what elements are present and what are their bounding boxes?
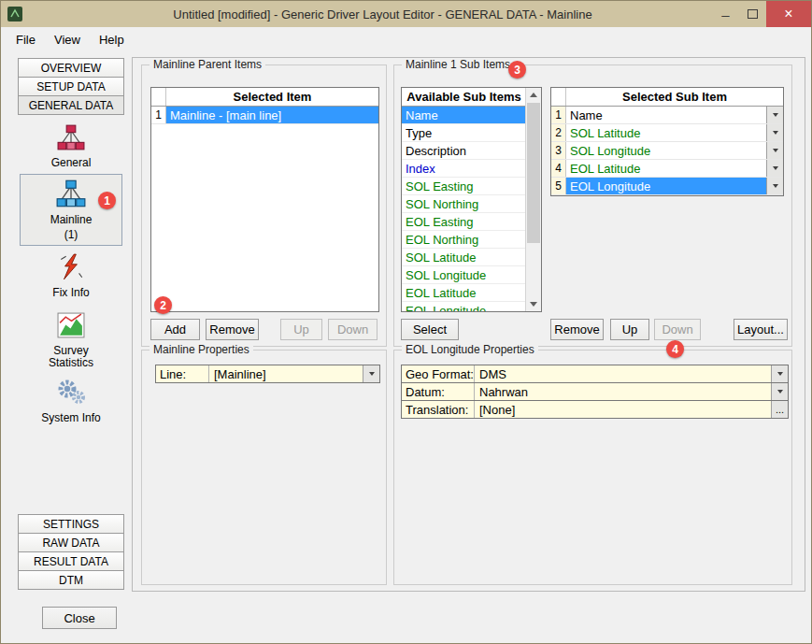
- chevron-down-icon: [773, 113, 778, 117]
- selected-sub-item-table: Selected Sub Item 1 Name 2 SOL Latitude …: [550, 87, 784, 196]
- sidebar-item-survey-statistics[interactable]: Survey Statistics: [20, 308, 122, 373]
- row-number: 3: [551, 142, 566, 159]
- scroll-up-icon[interactable]: [526, 88, 541, 102]
- list-item[interactable]: EOL Latitude: [402, 284, 526, 302]
- chevron-down-icon: [773, 166, 778, 170]
- list-item[interactable]: SOL Easting: [402, 178, 526, 195]
- geo-format-combo-button[interactable]: [771, 365, 788, 382]
- list-item[interactable]: EOL Longitude: [402, 302, 526, 311]
- line-combo-button[interactable]: [363, 365, 379, 382]
- scroll-down-icon[interactable]: [526, 297, 541, 311]
- annotation-badge-4: 4: [666, 340, 684, 358]
- up-sub-button[interactable]: Up: [610, 319, 649, 340]
- list-item[interactable]: SOL Longitude: [402, 266, 526, 284]
- row-combo-button[interactable]: [766, 178, 783, 194]
- datum-label: Datum:: [402, 383, 475, 400]
- datum-combo-button[interactable]: [771, 383, 788, 400]
- chart-icon: [57, 311, 85, 342]
- row-number: 1: [151, 107, 166, 123]
- titlebar: Untitled [modified] - Generic Driver Lay…: [1, 1, 811, 27]
- translation-ellipsis-button[interactable]: ...: [771, 401, 788, 418]
- selected-sub-item-row[interactable]: 4 EOL Latitude: [551, 160, 783, 178]
- parent-item-row[interactable]: 1 Mainline - [main line]: [151, 107, 378, 124]
- sidebar-button-setup-data[interactable]: SETUP DATA: [18, 77, 124, 96]
- chevron-down-icon: [773, 131, 778, 135]
- sidebar-item-general[interactable]: General: [20, 120, 122, 174]
- window-controls: – ×: [712, 1, 811, 27]
- select-button[interactable]: Select: [401, 319, 459, 340]
- geo-format-value[interactable]: DMS: [475, 365, 771, 382]
- geo-format-label: Geo Format:: [402, 365, 475, 382]
- list-item[interactable]: SOL Northing: [402, 195, 526, 213]
- close-window-button[interactable]: ×: [766, 1, 811, 27]
- up-parent-button[interactable]: Up: [280, 319, 322, 340]
- sidebar-button-overview[interactable]: OVERVIEW: [18, 58, 124, 78]
- menu-view[interactable]: View: [45, 30, 90, 50]
- down-sub-button[interactable]: Down: [654, 319, 701, 340]
- line-property-row: Line: [Mainline]: [156, 365, 379, 383]
- groupbox-title: Mainline Properties: [150, 343, 253, 356]
- minimize-button[interactable]: –: [712, 1, 739, 27]
- sidebar-item-system-info[interactable]: System Info: [20, 375, 122, 431]
- available-sub-items-header: Available Sub Items: [402, 88, 526, 107]
- selected-sub-item-row[interactable]: 1 Name: [551, 107, 783, 124]
- row-combo-button[interactable]: [766, 124, 783, 141]
- add-button[interactable]: Add: [150, 319, 200, 340]
- sidebar-button-result-data[interactable]: RESULT DATA: [18, 551, 124, 571]
- down-parent-button[interactable]: Down: [328, 319, 378, 340]
- chevron-down-icon: [777, 372, 783, 376]
- app-window: Untitled [modified] - Generic Driver Lay…: [0, 0, 812, 644]
- nav-label-mainline: Mainline: [35, 214, 107, 226]
- list-item[interactable]: EOL Northing: [402, 231, 526, 249]
- selected-sub-item-row[interactable]: 3 SOL Longitude: [551, 142, 783, 160]
- remove-parent-button[interactable]: Remove: [206, 319, 259, 340]
- sidebar-button-general-data[interactable]: GENERAL DATA: [18, 95, 124, 115]
- eol-properties-grid: Geo Format: DMS Datum: Nahrwan Translati…: [401, 365, 789, 419]
- nav-label-general: General: [35, 157, 107, 169]
- selected-sub-item-row[interactable]: 2 SOL Latitude: [551, 124, 783, 142]
- available-sub-items-list: Available Sub Items Name Type Descriptio…: [401, 87, 542, 312]
- menu-help[interactable]: Help: [90, 30, 134, 50]
- list-item[interactable]: Description: [402, 142, 526, 160]
- row-combo-button[interactable]: [766, 142, 783, 159]
- groupbox-mainline-properties: Mainline Properties: [141, 350, 387, 585]
- line-value[interactable]: [Mainline]: [209, 365, 363, 382]
- menu-file[interactable]: File: [7, 30, 45, 50]
- sub-item-label: SOL Longitude: [566, 142, 766, 159]
- parent-table-header: Selected Item: [151, 88, 378, 107]
- sidebar-button-dtm[interactable]: DTM: [18, 570, 124, 590]
- list-item[interactable]: Name: [402, 107, 526, 124]
- sidebar-button-settings[interactable]: SETTINGS: [18, 514, 124, 534]
- chevron-down-icon: [777, 390, 783, 394]
- geo-format-row: Geo Format: DMS: [402, 365, 788, 383]
- lightning-icon: [57, 253, 85, 284]
- remove-sub-button[interactable]: Remove: [550, 319, 604, 340]
- row-combo-button[interactable]: [766, 160, 783, 177]
- groupbox-title: Mainline 1 Sub Items: [402, 58, 514, 71]
- sidebar-item-fix-info[interactable]: Fix Info: [20, 250, 122, 302]
- sidebar-button-raw-data[interactable]: RAW DATA: [18, 533, 124, 552]
- row-combo-button[interactable]: [766, 107, 783, 123]
- sub-item-label: EOL Latitude: [566, 160, 766, 177]
- scrollbar-thumb[interactable]: [527, 103, 540, 243]
- row-number: 1: [551, 107, 566, 123]
- nav-label-fix-info: Fix Info: [35, 287, 107, 299]
- translation-value[interactable]: [None]: [475, 401, 771, 418]
- available-sub-items-body: Name Type Description Index SOL Easting …: [402, 107, 526, 311]
- maximize-button[interactable]: [739, 1, 766, 27]
- list-item[interactable]: SOL Latitude: [402, 249, 526, 266]
- menubar: File View Help: [1, 27, 811, 51]
- selected-sub-item-row[interactable]: 5 EOL Longitude: [551, 178, 783, 195]
- datum-value[interactable]: Nahrwan: [475, 383, 771, 400]
- nav-label-system-info: System Info: [35, 412, 107, 424]
- list-item[interactable]: EOL Easting: [402, 213, 526, 231]
- scrollbar[interactable]: [525, 88, 541, 311]
- list-item[interactable]: Index: [402, 160, 526, 178]
- row-number: 4: [551, 160, 566, 177]
- sidebar-item-mainline[interactable]: Mainline (1): [20, 174, 122, 246]
- list-item[interactable]: Type: [402, 124, 526, 142]
- close-button[interactable]: Close: [42, 607, 117, 629]
- layout-button[interactable]: Layout...: [734, 319, 788, 340]
- nav-label-survey-statistics: Survey Statistics: [35, 345, 107, 369]
- sub-item-label: Name: [566, 107, 766, 123]
